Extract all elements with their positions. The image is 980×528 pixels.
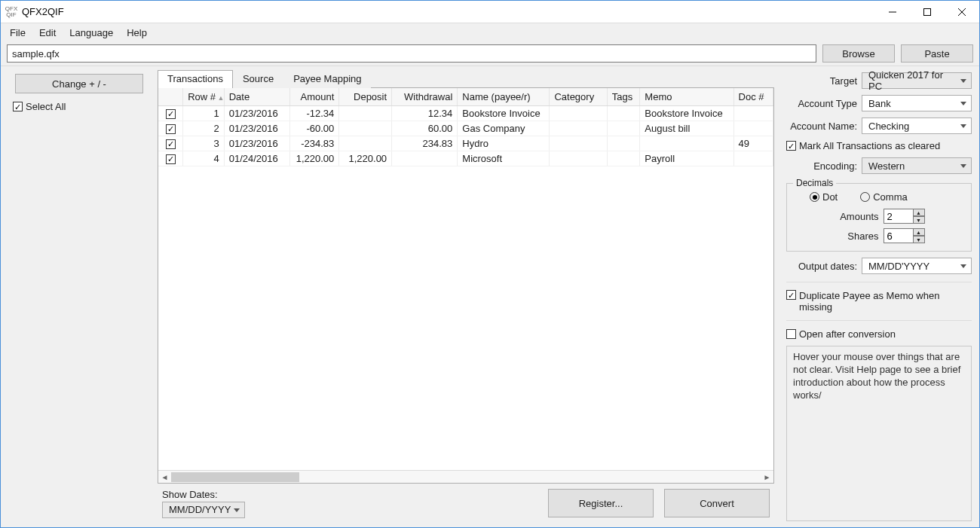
open-after-row[interactable]: Open after conversion	[786, 328, 896, 340]
col-deposit[interactable]: Deposit	[339, 88, 392, 106]
file-path-input[interactable]: sample.qfx	[7, 44, 816, 63]
row-checkbox-cell[interactable]	[158, 121, 183, 136]
register-button[interactable]: Register...	[548, 489, 654, 517]
paste-button[interactable]: Paste	[901, 44, 973, 63]
shares-up-icon[interactable]: ▲	[913, 228, 925, 236]
cell-deposit	[339, 106, 392, 121]
cell-row: 2	[183, 121, 225, 136]
open-after-checkbox[interactable]	[786, 329, 796, 339]
cell-amount: -12.34	[289, 106, 338, 121]
scroll-thumb[interactable]	[171, 472, 299, 482]
table-row[interactable]: 301/23/2016-234.83234.83Hydro49	[158, 136, 773, 151]
output-dates-label: Output dates:	[786, 261, 857, 272]
show-dates-combo[interactable]: MM/DD/YYYY	[162, 502, 245, 518]
show-dates-group: Show Dates: MM/DD/YYYY	[162, 489, 245, 518]
col-amount[interactable]: Amount	[289, 88, 338, 106]
menu-edit[interactable]: Edit	[33, 25, 62, 41]
cell-amount: -234.83	[289, 136, 338, 151]
cell-withdrawal: 12.34	[392, 106, 458, 121]
account-name-combo[interactable]: Checking	[862, 118, 972, 134]
svg-rect-1	[924, 8, 931, 15]
row-checkbox-cell[interactable]	[158, 136, 183, 151]
decimal-dot-radio[interactable]: Dot	[810, 191, 838, 203]
cell-deposit: 1,220.00	[339, 151, 392, 166]
amounts-down-icon[interactable]: ▼	[913, 216, 925, 224]
table-row[interactable]: 401/24/20161,220.001,220.00MicrosoftPayr…	[158, 151, 773, 166]
table-row[interactable]: 201/23/2016-60.0060.00Gas CompanyAugust …	[158, 121, 773, 136]
tab-payee-mapping[interactable]: Payee Mapping	[283, 70, 371, 88]
account-type-combo[interactable]: Bank	[862, 95, 972, 111]
row-checkbox[interactable]	[166, 109, 176, 119]
row-checkbox-cell[interactable]	[158, 151, 183, 166]
decimal-comma-radio[interactable]: Comma	[860, 191, 908, 203]
dup-payee-row[interactable]: Duplicate Payee as Memo when missing	[786, 290, 972, 313]
shares-input[interactable]	[884, 228, 914, 243]
dup-payee-checkbox[interactable]	[786, 290, 796, 300]
tab-transactions[interactable]: Transactions	[158, 70, 233, 88]
menu-file[interactable]: File	[4, 25, 32, 41]
select-all-row[interactable]: Select All	[8, 101, 66, 112]
scroll-left-arrow[interactable]: ◄	[158, 471, 171, 484]
transactions-table: Row # Date Amount Deposit Withdrawal Nam…	[158, 88, 773, 166]
row-checkbox[interactable]	[166, 154, 176, 164]
cell-row: 1	[183, 106, 225, 121]
menu-language[interactable]: Language	[63, 25, 119, 41]
select-all-checkbox[interactable]	[13, 102, 23, 111]
cell-deposit	[339, 121, 392, 136]
row-checkbox-cell[interactable]	[158, 106, 183, 121]
change-sign-button[interactable]: Change + / -	[15, 74, 143, 93]
shares-down-icon[interactable]: ▼	[913, 236, 925, 243]
col-name[interactable]: Name (payee/r)	[458, 88, 550, 106]
col-doc[interactable]: Doc #	[733, 88, 773, 106]
encoding-combo[interactable]: Western	[862, 157, 972, 174]
cell-date: 01/23/2016	[224, 136, 289, 151]
scroll-right-arrow[interactable]: ►	[761, 471, 773, 484]
col-withdrawal[interactable]: Withdrawal	[392, 88, 458, 106]
close-button[interactable]	[945, 1, 979, 23]
convert-button[interactable]: Convert	[664, 489, 770, 517]
menu-help[interactable]: Help	[121, 25, 153, 41]
mark-cleared-checkbox[interactable]	[786, 141, 796, 151]
amounts-spinner[interactable]: ▲▼	[884, 209, 925, 224]
table-row[interactable]: 101/23/2016-12.3412.34Bookstore InvoiceB…	[158, 106, 773, 121]
col-row[interactable]: Row #	[183, 88, 225, 106]
app-window: QFXQIF QFX2QIF File Edit Language Help s…	[0, 0, 980, 528]
cell-name: Microsoft	[458, 151, 550, 166]
cell-tags	[607, 121, 640, 136]
cell-tags	[607, 151, 640, 166]
col-memo[interactable]: Memo	[640, 88, 733, 106]
account-name-label: Account Name:	[786, 121, 857, 132]
app-icon: QFXQIF	[5, 6, 17, 18]
tab-source[interactable]: Source	[233, 70, 283, 88]
amounts-label: Amounts	[834, 211, 879, 222]
shares-spinner[interactable]: ▲▼	[884, 228, 925, 243]
target-label: Target	[786, 75, 857, 87]
col-check[interactable]	[158, 88, 183, 106]
cell-name: Hydro	[458, 136, 550, 151]
cell-doc	[733, 106, 773, 121]
cell-row: 4	[183, 151, 225, 166]
select-all-label: Select All	[26, 101, 66, 112]
col-date[interactable]: Date	[224, 88, 289, 106]
main-body: Change + / - Select All Transactions Sou…	[1, 66, 979, 527]
row-checkbox[interactable]	[166, 139, 176, 149]
shares-label: Shares	[834, 230, 879, 242]
scroll-track[interactable]	[171, 471, 761, 484]
account-type-label: Account Type	[786, 98, 857, 109]
col-category[interactable]: Category	[550, 88, 607, 106]
cell-tags	[607, 106, 640, 121]
mark-cleared-row[interactable]: Mark All Transactions as cleared	[786, 140, 940, 151]
browse-button[interactable]: Browse	[822, 44, 895, 63]
output-dates-combo[interactable]: MM/DD'YYYY	[862, 258, 972, 274]
amounts-input[interactable]	[884, 209, 914, 224]
col-tags[interactable]: Tags	[607, 88, 640, 106]
cell-withdrawal	[392, 151, 458, 166]
amounts-up-icon[interactable]: ▲	[913, 209, 925, 216]
maximize-button[interactable]	[910, 1, 945, 23]
horizontal-scrollbar[interactable]: ◄ ►	[158, 470, 773, 483]
minimize-button[interactable]	[875, 1, 910, 23]
cell-memo: Payroll	[640, 151, 733, 166]
row-checkbox[interactable]	[166, 124, 176, 134]
target-combo[interactable]: Quicken 2017 for PC	[862, 72, 972, 89]
cell-date: 01/23/2016	[224, 106, 289, 121]
